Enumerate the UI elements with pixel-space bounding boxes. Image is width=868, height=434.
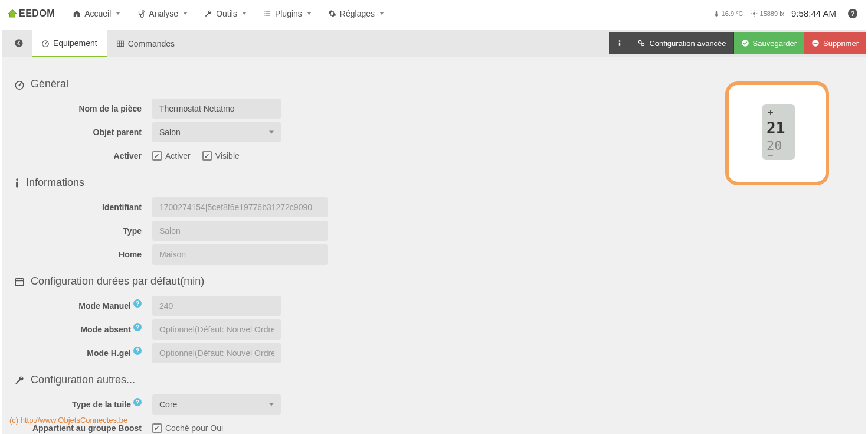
- boost-cb-label: Coché pour Oui: [165, 423, 223, 433]
- nav-label: Outils: [216, 9, 237, 18]
- check-icon: [202, 151, 212, 161]
- logo-text: EEDOM: [19, 8, 55, 19]
- action-row: Equipement Commandes Configuration avanc…: [2, 30, 866, 57]
- nav-label: Accueil: [84, 9, 111, 18]
- check-icon: [152, 423, 162, 433]
- info-icon: [615, 39, 624, 47]
- list-icon: [263, 9, 271, 18]
- svg-line-9: [756, 11, 756, 12]
- home-input[interactable]: [152, 244, 328, 265]
- caret-down-icon: [379, 12, 384, 15]
- delete-label: Supprimer: [823, 39, 859, 48]
- mode-away-text: Mode absent: [80, 325, 131, 334]
- check-circle-icon: [741, 39, 749, 47]
- svg-rect-34: [15, 278, 24, 285]
- section-title-text: Configuration durées par défaut(min): [31, 275, 204, 288]
- caret-down-icon: [242, 12, 247, 15]
- svg-point-12: [45, 43, 46, 44]
- wrench-icon: [204, 9, 212, 18]
- visible-cb-label: Visible: [215, 151, 240, 161]
- config-advanced-button[interactable]: Configuration avancée: [630, 32, 733, 54]
- svg-point-1: [753, 12, 755, 15]
- help-icon[interactable]: ?: [133, 299, 142, 308]
- nav-label: Réglages: [340, 9, 375, 18]
- svg-point-0: [142, 10, 145, 12]
- dashboard-icon: [41, 39, 50, 47]
- svg-text:−: −: [768, 149, 774, 161]
- svg-line-6: [752, 11, 752, 12]
- arrow-left-icon: [14, 38, 24, 48]
- type-label: Type: [14, 226, 152, 236]
- logo[interactable]: EEDOM: [7, 8, 55, 19]
- svg-line-7: [756, 15, 756, 16]
- svg-line-8: [752, 15, 752, 16]
- identifier-input[interactable]: [152, 197, 328, 217]
- nav-plugins[interactable]: Plugins: [255, 0, 320, 27]
- watermark-text: (c) http://www.ObjetsConnectes.be: [9, 416, 127, 425]
- room-name-input[interactable]: [152, 99, 281, 119]
- tile-type-select[interactable]: Core: [152, 394, 281, 415]
- svg-point-31: [19, 84, 21, 86]
- nav-outils[interactable]: Outils: [196, 0, 255, 27]
- mode-away-input[interactable]: [152, 319, 281, 340]
- svg-point-32: [16, 178, 18, 181]
- delete-button[interactable]: Supprimer: [804, 32, 866, 54]
- navbar-right: 16.9 °C 15889 lx 9:58:44 AM ?: [713, 8, 861, 18]
- mode-manual-input[interactable]: [152, 296, 281, 316]
- parent-object-label: Objet parent: [14, 128, 152, 137]
- mode-frost-label: Mode H.gel ?: [14, 348, 152, 358]
- nav-accueil[interactable]: Accueil: [64, 0, 129, 27]
- home-icon: [73, 9, 81, 18]
- svg-rect-13: [117, 41, 123, 46]
- identifier-label: Identifiant: [14, 203, 152, 212]
- table-icon: [116, 40, 125, 48]
- activate-checkbox[interactable]: Activer: [152, 151, 191, 161]
- sensor-temp-value: 16.9 °C: [722, 10, 743, 17]
- section-title-text: Informations: [26, 177, 84, 189]
- nav-label: Analyse: [149, 9, 178, 18]
- nav-reglages[interactable]: Réglages: [320, 0, 392, 27]
- help-icon[interactable]: ?: [133, 398, 142, 406]
- thermometer-icon: [713, 9, 719, 18]
- svg-rect-33: [16, 181, 18, 187]
- svg-point-19: [639, 40, 642, 43]
- tile-type-text: Type de la tuile: [72, 400, 131, 409]
- activate-cb-label: Activer: [165, 151, 191, 161]
- back-button[interactable]: [8, 30, 30, 57]
- device-image: + 21 20 −: [724, 80, 830, 187]
- nav-label: Plugins: [275, 9, 302, 18]
- room-name-label: Nom de la pièce: [14, 104, 152, 113]
- sensor-temp: 16.9 °C: [713, 9, 743, 18]
- tab-equipement[interactable]: Equipement: [32, 30, 107, 57]
- caret-down-icon: [183, 12, 188, 15]
- tile-type-label: Type de la tuile ?: [14, 400, 152, 409]
- section-other-title: Configuration autres...: [14, 374, 854, 386]
- caret-down-icon: [116, 12, 120, 15]
- svg-text:+: +: [768, 107, 774, 118]
- svg-rect-17: [619, 40, 620, 41]
- sun-icon: [751, 10, 758, 17]
- type-input[interactable]: [152, 221, 328, 241]
- visible-checkbox[interactable]: Visible: [202, 151, 240, 161]
- parent-object-select[interactable]: Salon: [152, 122, 281, 142]
- help-icon[interactable]: ?: [133, 347, 142, 355]
- save-label: Sauvegarder: [753, 39, 797, 48]
- mode-manual-text: Mode Manuel: [78, 301, 131, 311]
- svg-point-20: [641, 43, 644, 46]
- tab-commandes[interactable]: Commandes: [107, 30, 184, 57]
- help-icon[interactable]: ?: [133, 323, 142, 331]
- dashboard-icon: [14, 79, 25, 90]
- sensor-lux-value: 15889 lx: [760, 10, 785, 17]
- section-durations-title: Configuration durées par défaut(min): [14, 275, 854, 288]
- info-button[interactable]: [609, 32, 630, 54]
- check-icon: [152, 151, 162, 161]
- mode-frost-input[interactable]: [152, 343, 281, 363]
- boost-group-checkbox[interactable]: Coché pour Oui: [152, 423, 223, 433]
- nav-analyse[interactable]: Analyse: [129, 0, 196, 27]
- minus-circle-icon: [811, 39, 820, 47]
- svg-rect-23: [814, 43, 818, 44]
- save-button[interactable]: Sauvegarder: [734, 32, 804, 54]
- sensor-lux: 15889 lx: [751, 10, 785, 17]
- clock: 9:58:44 AM: [791, 8, 841, 18]
- help-button[interactable]: ?: [848, 9, 857, 18]
